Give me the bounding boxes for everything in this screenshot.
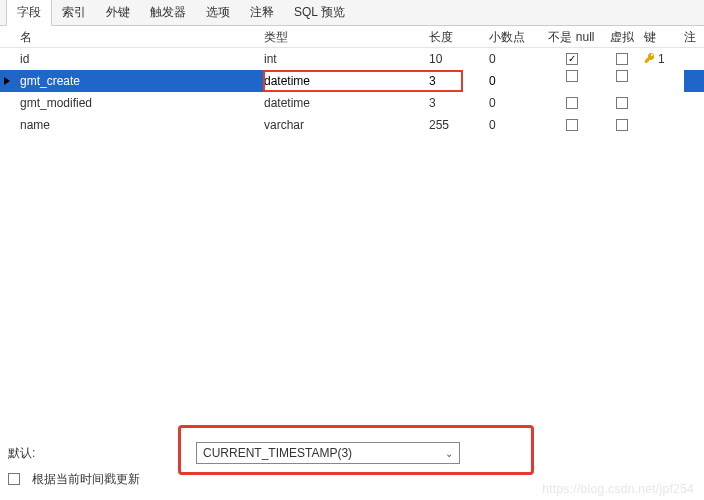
tab-sqlpreview[interactable]: SQL 预览: [284, 0, 355, 25]
tab-indexes[interactable]: 索引: [52, 0, 96, 25]
cell-decimals[interactable]: 0: [489, 118, 544, 132]
tab-fields[interactable]: 字段: [6, 0, 52, 26]
header-type[interactable]: 类型: [264, 29, 429, 46]
cell-length[interactable]: 3: [429, 70, 489, 92]
table-row[interactable]: gmt_modified datetime 3 0: [0, 92, 704, 114]
header-name[interactable]: 名: [14, 29, 264, 46]
tab-foreignkeys[interactable]: 外键: [96, 0, 140, 25]
cell-decimals[interactable]: 0: [489, 70, 544, 92]
tabs-bar: 字段 索引 外键 触发器 选项 注释 SQL 预览: [0, 0, 704, 26]
on-update-checkbox[interactable]: [8, 473, 20, 485]
tab-comment[interactable]: 注释: [240, 0, 284, 25]
notnull-checkbox[interactable]: [566, 70, 578, 82]
header-notnull[interactable]: 不是 null: [544, 29, 599, 46]
cell-name[interactable]: gmt_create: [14, 74, 264, 88]
cell-name[interactable]: id: [14, 52, 264, 66]
cell-type[interactable]: datetime: [264, 70, 429, 92]
on-update-label: 根据当前时间戳更新: [32, 471, 140, 488]
header-length[interactable]: 长度: [429, 29, 489, 46]
default-label: 默认:: [8, 445, 188, 462]
cell-type[interactable]: varchar: [264, 118, 429, 132]
table-row[interactable]: id int 10 0 1: [0, 48, 704, 70]
fields-grid: 名 类型 长度 小数点 不是 null 虚拟 键 注 id int 10 0 1…: [0, 26, 704, 136]
tab-triggers[interactable]: 触发器: [140, 0, 196, 25]
cell-key[interactable]: 1: [644, 52, 684, 66]
cell-decimals[interactable]: 0: [489, 52, 544, 66]
field-properties-panel: 默认: CURRENT_TIMESTAMP(3) ⌄ 根据当前时间戳更新: [8, 440, 696, 492]
virtual-checkbox[interactable]: [616, 70, 628, 82]
notnull-checkbox[interactable]: [566, 119, 578, 131]
default-value-select[interactable]: CURRENT_TIMESTAMP(3) ⌄: [196, 442, 460, 464]
header-decimals[interactable]: 小数点: [489, 29, 544, 46]
chevron-down-icon: ⌄: [445, 448, 453, 459]
notnull-checkbox[interactable]: [566, 97, 578, 109]
grid-header: 名 类型 长度 小数点 不是 null 虚拟 键 注: [0, 26, 704, 48]
header-virtual[interactable]: 虚拟: [599, 29, 644, 46]
cell-type[interactable]: datetime: [264, 96, 429, 110]
virtual-checkbox[interactable]: [616, 119, 628, 131]
table-row[interactable]: gmt_create datetime 3 0: [0, 70, 704, 92]
table-row[interactable]: name varchar 255 0: [0, 114, 704, 136]
cell-length[interactable]: 255: [429, 118, 489, 132]
cell-type[interactable]: int: [264, 52, 429, 66]
key-number: 1: [658, 52, 665, 66]
row-marker-icon: [3, 76, 11, 86]
cell-name[interactable]: name: [14, 118, 264, 132]
virtual-checkbox[interactable]: [616, 53, 628, 65]
key-icon: [644, 52, 656, 66]
notnull-checkbox[interactable]: [566, 53, 578, 65]
default-value-text: CURRENT_TIMESTAMP(3): [203, 446, 352, 460]
cell-length[interactable]: 10: [429, 52, 489, 66]
cell-length[interactable]: 3: [429, 96, 489, 110]
virtual-checkbox[interactable]: [616, 97, 628, 109]
tab-options[interactable]: 选项: [196, 0, 240, 25]
cell-decimals[interactable]: 0: [489, 96, 544, 110]
cell-name[interactable]: gmt_modified: [14, 96, 264, 110]
header-extra[interactable]: 注: [684, 29, 694, 46]
header-key[interactable]: 键: [644, 29, 684, 46]
